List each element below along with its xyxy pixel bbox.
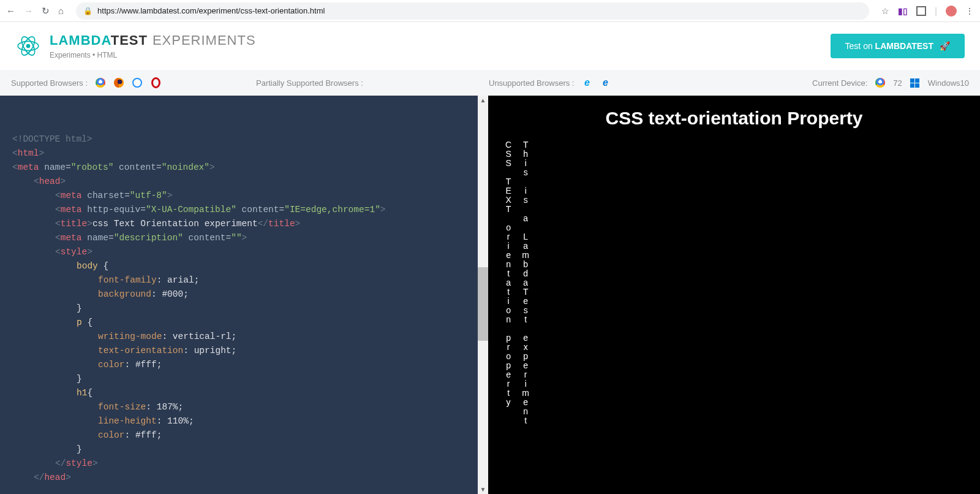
code-line: color: #fff; <box>12 358 470 372</box>
code-line: <meta http-equiv="X-UA-Compatible" conte… <box>12 203 470 217</box>
chrome-icon <box>95 77 106 88</box>
profile-avatar[interactable] <box>946 6 957 17</box>
code-line: text-orientation: upright; <box>12 344 470 358</box>
code-line: </style> <box>12 457 470 471</box>
url-text: https://www.lambdatest.com/experiment/cs… <box>97 6 325 15</box>
svg-point-3 <box>26 44 29 47</box>
firefox-icon <box>113 77 124 88</box>
code-line: p { <box>12 316 470 330</box>
browser-toolbar: ← → ↻ ⌂ 🔒 https://www.lambdatest.com/exp… <box>0 0 980 22</box>
code-line: </head> <box>12 471 470 485</box>
lock-icon: 🔒 <box>83 7 92 15</box>
unsupported-browsers: Unsupported Browsers : e e <box>489 77 734 88</box>
windows-icon <box>910 77 921 88</box>
menu-icon[interactable]: ⋮ <box>965 6 974 16</box>
scroll-up-icon[interactable]: ▲ <box>480 97 486 104</box>
back-icon[interactable]: ← <box>6 6 15 16</box>
preview-heading: CSS text-orientation Property <box>503 108 965 129</box>
preview-pane: CSS text-orientation Property CSS TEXT o… <box>488 96 980 494</box>
partial-browsers: Partially Supported Browsers : <box>256 78 489 88</box>
brand-title: LAMBDATESTEXPERIMENTS <box>50 32 256 48</box>
brand-subtitle: Experiments • HTML <box>50 51 256 59</box>
code-line: <html> <box>12 146 470 161</box>
code-line: <title>css Text Orientation experiment</… <box>12 217 470 231</box>
code-line: <style> <box>12 245 470 259</box>
code-line: font-family: arial; <box>12 273 470 287</box>
device-version: 72 <box>893 78 902 88</box>
code-line: body { <box>12 259 470 273</box>
code-line: writing-mode: vertical-rl; <box>12 330 470 344</box>
forward-icon[interactable]: → <box>24 6 33 16</box>
preview-text-1: CSS TEXT orientation property <box>503 140 513 425</box>
star-icon[interactable]: ☆ <box>881 6 889 16</box>
code-line: <head> <box>12 175 470 189</box>
code-line: } <box>12 372 470 386</box>
page-header: LAMBDATESTEXPERIMENTS Experiments • HTML… <box>0 22 980 70</box>
code-line: } <box>12 443 470 457</box>
unsupported-label: Unsupported Browsers : <box>489 78 574 88</box>
lambdatest-logo-icon <box>15 33 41 59</box>
device-os: Windows10 <box>928 78 969 88</box>
test-on-lambdatest-button[interactable]: Test on LAMBDATEST 🚀 <box>831 34 965 58</box>
reload-icon[interactable]: ↻ <box>42 6 50 17</box>
rocket-icon: 🚀 <box>940 41 950 51</box>
browser-support-bar: Supported Browsers : Partially Supported… <box>0 70 980 96</box>
device-label: Current Device: <box>812 78 867 88</box>
address-bar[interactable]: 🔒 https://www.lambdatest.com/experiment/… <box>76 2 869 20</box>
split-view: <!DOCTYPE html><html><meta name="robots"… <box>0 96 980 494</box>
scrollbar[interactable]: ▲ ▼ <box>478 96 488 494</box>
code-line: background: #000; <box>12 287 470 302</box>
home-icon[interactable]: ⌂ <box>58 6 64 16</box>
brand: LAMBDATESTEXPERIMENTS Experiments • HTML <box>15 32 256 59</box>
code-line: <!DOCTYPE html> <box>12 132 470 146</box>
safari-icon <box>132 77 143 88</box>
extension-icon[interactable] <box>916 6 926 16</box>
chrome-icon <box>875 77 886 88</box>
code-line: <meta name="robots" content="noindex"> <box>12 161 470 175</box>
code-line: font-size: 187%; <box>12 400 470 414</box>
code-line: line-height: 110%; <box>12 414 470 428</box>
nav-icons: ← → ↻ ⌂ <box>6 6 64 17</box>
code-line: <meta charset="utf-8"> <box>12 189 470 203</box>
scroll-thumb[interactable] <box>478 267 488 341</box>
divider: | <box>935 6 937 16</box>
partial-label: Partially Supported Browsers : <box>256 78 363 88</box>
code-line: <meta name="description" content=""> <box>12 231 470 245</box>
preview-text-2: This is a LambdaTest experiment <box>521 140 530 425</box>
opera-icon <box>150 77 161 88</box>
code-editor[interactable]: <!DOCTYPE html><html><meta name="robots"… <box>0 96 478 494</box>
code-line: h1{ <box>12 386 470 400</box>
code-line: color: #fff; <box>12 428 470 443</box>
code-line: } <box>12 302 470 316</box>
onenote-icon[interactable]: ▮▯ <box>898 6 908 16</box>
scroll-down-icon[interactable]: ▼ <box>480 486 486 493</box>
supported-browsers: Supported Browsers : <box>11 77 256 88</box>
toolbar-right: ☆ ▮▯ | ⋮ <box>881 6 974 17</box>
supported-label: Supported Browsers : <box>11 78 88 88</box>
ie-icon: e <box>581 77 592 88</box>
current-device: Current Device: 72 Windows10 <box>734 77 969 88</box>
edge-icon: e <box>600 77 611 88</box>
